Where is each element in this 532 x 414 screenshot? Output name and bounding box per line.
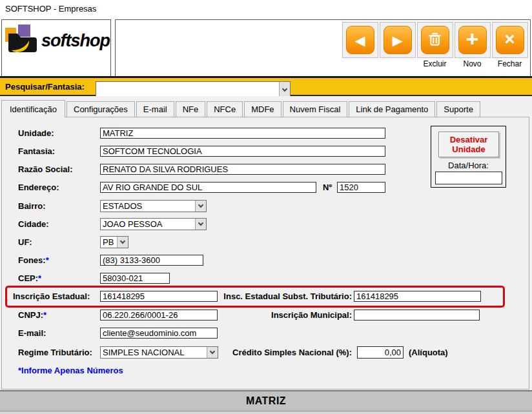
chevron-down-icon[interactable] bbox=[195, 219, 206, 230]
cidade-combo[interactable]: JOAO PESSOA bbox=[100, 218, 207, 230]
chevron-down-icon[interactable] bbox=[195, 201, 206, 212]
tab-strip: Identificação Configurações E-mail NFe N… bbox=[1, 100, 482, 117]
footer-bottom-strip bbox=[0, 411, 532, 414]
regime-tributario-label: Regime Tributário: bbox=[18, 348, 92, 357]
fones-label: Fones:* bbox=[18, 255, 49, 265]
window-title: SOFTSHOP - Empresas bbox=[5, 4, 96, 14]
next-button[interactable]: ▶ bbox=[380, 22, 416, 58]
trash-icon bbox=[426, 30, 444, 50]
numero-input[interactable] bbox=[337, 182, 385, 193]
tab-identificacao[interactable]: Identificação bbox=[1, 100, 65, 117]
regime-tributario-combo-value: SIMPLES NACIONAL bbox=[101, 347, 207, 358]
close-button[interactable]: × bbox=[492, 22, 528, 58]
endereco-input[interactable] bbox=[100, 182, 316, 193]
inscricao-municipal-input[interactable] bbox=[354, 310, 480, 320]
fantasia-label: Fantasia: bbox=[18, 146, 55, 156]
insc-estadual-subst-label: Insc. Estadual Subst. Tributário: bbox=[220, 291, 352, 301]
app-window: SOFTSHOP - Empresas softshop ◀ bbox=[0, 0, 532, 414]
deactivate-unit-button[interactable]: Desativar Unidade bbox=[438, 132, 499, 157]
chevron-down-icon[interactable] bbox=[279, 82, 290, 97]
unidade-input[interactable] bbox=[100, 128, 385, 139]
search-combo-value bbox=[96, 82, 279, 97]
fantasia-input[interactable] bbox=[100, 146, 385, 157]
regime-tributario-combo[interactable]: SIMPLES NACIONAL bbox=[100, 346, 218, 359]
delete-button-label: Excluir bbox=[423, 59, 446, 70]
new-button[interactable]: + bbox=[455, 22, 491, 58]
email-input[interactable] bbox=[100, 328, 218, 339]
plus-icon: + bbox=[466, 28, 479, 50]
tab-nuvem-fiscal[interactable]: Nuvem Fiscal bbox=[283, 101, 348, 117]
credito-simples-label: Crédito Simples Nacional (%): bbox=[220, 348, 352, 357]
chevron-down-icon[interactable] bbox=[117, 237, 128, 248]
chevron-down-icon[interactable] bbox=[207, 347, 218, 358]
search-bar: Pesquisar/Fantasia: bbox=[0, 76, 532, 96]
search-label: Pesquisar/Fantasia: bbox=[5, 82, 85, 92]
delete-button[interactable] bbox=[417, 22, 453, 58]
cidade-combo-value: JOAO PESSOA bbox=[101, 219, 195, 230]
uf-combo-value: PB bbox=[101, 237, 117, 248]
inscricao-estadual-input[interactable] bbox=[100, 291, 218, 302]
tab-nfce[interactable]: NFCe bbox=[207, 101, 243, 117]
aliquota-suffix-label: (Alíquota) bbox=[409, 348, 448, 357]
endereco-label: Endereço: bbox=[18, 182, 59, 192]
softshop-folder-logo-icon bbox=[5, 25, 40, 57]
fones-input[interactable] bbox=[100, 255, 203, 266]
deactivate-unit-panel: Desativar Unidade Data/Hora: bbox=[431, 126, 506, 188]
previous-button[interactable]: ◀ bbox=[342, 22, 378, 58]
unidade-label: Unidade: bbox=[18, 128, 54, 138]
close-x-icon: × bbox=[504, 30, 515, 48]
right-arrow-icon: ▶ bbox=[392, 34, 402, 47]
datetime-label: Data/Hora: bbox=[431, 161, 506, 170]
razao-social-label: Razão Social: bbox=[18, 164, 73, 174]
tab-link-de-pagamento[interactable]: Link de Pagamento bbox=[349, 101, 435, 117]
cnpj-label: CNPJ:* bbox=[18, 310, 46, 320]
uf-label: UF: bbox=[18, 237, 32, 247]
cidade-label: Cidade: bbox=[18, 219, 49, 229]
datetime-input[interactable] bbox=[435, 172, 502, 184]
footer-unit-name: MATRIZ bbox=[246, 395, 286, 407]
inscricao-estadual-label: Inscrição Estadual: bbox=[13, 291, 90, 301]
content-area: Identificação Configurações E-mail NFe N… bbox=[0, 96, 532, 390]
tab-nfe[interactable]: NFe bbox=[176, 101, 206, 117]
cnpj-input[interactable] bbox=[100, 310, 218, 320]
inscricao-municipal-label: Inscrição Municipal: bbox=[252, 310, 352, 320]
new-button-label: Novo bbox=[463, 59, 481, 70]
only-numbers-note: *Informe Apenas Números bbox=[18, 366, 123, 375]
bairro-combo[interactable]: ESTADOS bbox=[100, 200, 207, 212]
tab-mdfe[interactable]: MDFe bbox=[244, 101, 281, 117]
bairro-combo-value: ESTADOS bbox=[101, 201, 195, 212]
uf-combo[interactable]: PB bbox=[100, 236, 128, 248]
toolbar: ◀ ▶ bbox=[115, 19, 531, 77]
tab-suporte[interactable]: Suporte bbox=[436, 101, 480, 117]
logo-box: softshop bbox=[1, 19, 111, 77]
numero-label: Nº bbox=[323, 182, 332, 192]
close-button-label: Fechar bbox=[498, 59, 522, 70]
email-label: E-mail: bbox=[18, 328, 46, 338]
tab-configuracoes[interactable]: Configurações bbox=[66, 101, 135, 117]
insc-estadual-subst-input[interactable] bbox=[354, 291, 481, 302]
razao-social-input[interactable] bbox=[100, 164, 385, 175]
footer-status-bar: MATRIZ bbox=[0, 390, 532, 411]
credito-simples-input[interactable] bbox=[357, 346, 404, 359]
logo-wordmark: softshop bbox=[41, 31, 110, 51]
cep-label: CEP:* bbox=[18, 273, 41, 283]
left-arrow-icon: ◀ bbox=[354, 34, 365, 47]
bairro-label: Bairro: bbox=[18, 201, 46, 211]
tab-email[interactable]: E-mail bbox=[136, 101, 174, 117]
cep-input[interactable] bbox=[100, 273, 170, 284]
